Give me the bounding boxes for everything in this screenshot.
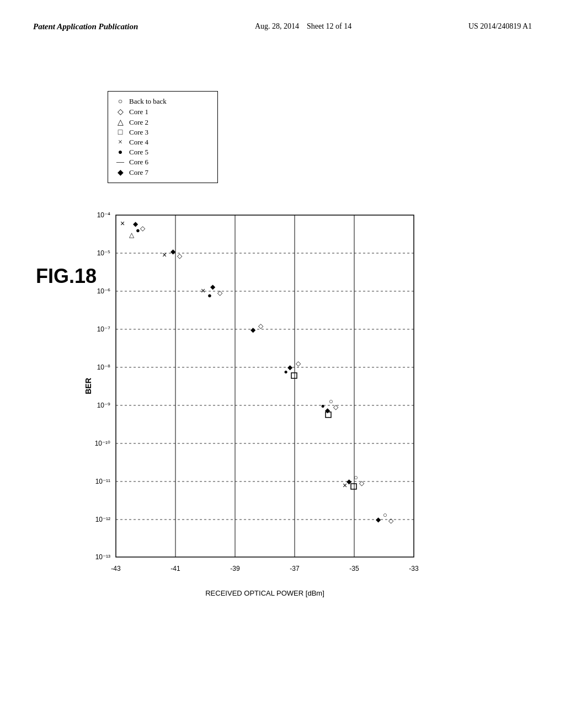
svg-text:10⁻⁴: 10⁻⁴ — [97, 211, 110, 219]
legend-item-core4: × Core 4 — [115, 138, 211, 147]
svg-text:●: ● — [207, 291, 212, 299]
svg-text:BER: BER — [84, 378, 93, 394]
svg-text:×: × — [162, 250, 167, 259]
legend-symbol-filled-diamond: ◆ — [115, 168, 126, 177]
svg-text:◇: ◇ — [388, 517, 394, 524]
svg-text:-43: -43 — [111, 565, 121, 572]
legend-item-core1: ◇ Core 1 — [115, 107, 211, 116]
svg-text:◆: ◆ — [170, 248, 176, 255]
legend-label-core4: Core 4 — [129, 138, 148, 147]
svg-text:◆: ◆ — [133, 220, 138, 228]
legend-label-core6: Core 6 — [129, 158, 148, 167]
svg-text:10⁻¹¹: 10⁻¹¹ — [95, 478, 110, 485]
legend-label-core5: Core 5 — [129, 148, 148, 157]
svg-text:◇: ◇ — [217, 289, 223, 297]
svg-text:×: × — [201, 286, 205, 295]
legend-symbol-diamond: ◇ — [115, 107, 126, 116]
legend: ○ Back to back ◇ Core 1 △ Core 2 □ Core … — [108, 91, 218, 183]
svg-rect-57 — [351, 484, 356, 489]
legend-item-core3: □ Core 3 — [115, 128, 211, 137]
svg-text:◆: ◆ — [210, 283, 216, 291]
patent-number: US 2014/240819 A1 — [468, 22, 532, 31]
svg-text:◆: ◆ — [287, 363, 293, 371]
patent-publication-label: Patent Application Publication — [33, 22, 138, 31]
legend-label-core2: Core 2 — [129, 118, 148, 127]
svg-text:10⁻¹³: 10⁻¹³ — [95, 553, 110, 561]
svg-text:×: × — [120, 219, 125, 228]
legend-label-back-to-back: Back to back — [129, 97, 167, 106]
svg-text:◇: ◇ — [140, 224, 146, 232]
svg-text:RECEIVED OPTICAL POWER [dBm]: RECEIVED OPTICAL POWER [dBm] — [205, 589, 324, 597]
svg-text:◇: ◇ — [333, 403, 339, 411]
legend-item-core7: ◆ Core 7 — [115, 168, 211, 177]
svg-text:◇: ◇ — [177, 252, 183, 260]
legend-label-core3: Core 3 — [129, 128, 148, 137]
svg-text:×: × — [343, 481, 347, 490]
legend-symbol-filled-circle: ● — [115, 148, 126, 157]
svg-text:10⁻⁸: 10⁻⁸ — [97, 363, 110, 371]
svg-text:◇: ◇ — [258, 322, 264, 330]
svg-text:10⁻⁹: 10⁻⁹ — [97, 402, 110, 409]
svg-text:-41: -41 — [170, 565, 180, 572]
legend-item-core2: △ Core 2 — [115, 117, 211, 127]
svg-rect-48 — [291, 373, 297, 378]
svg-text:10⁻⁶: 10⁻⁶ — [97, 287, 110, 295]
legend-symbol-triangle: △ — [115, 117, 126, 127]
legend-symbol-x: × — [115, 138, 126, 147]
svg-rect-0 — [116, 215, 414, 557]
svg-text:△: △ — [129, 231, 135, 239]
sheet-info: Sheet 12 of 14 — [307, 22, 351, 30]
legend-label-core7: Core 7 — [129, 168, 148, 177]
svg-text:◇: ◇ — [296, 360, 301, 367]
svg-text:10⁻¹⁰: 10⁻¹⁰ — [95, 440, 110, 447]
legend-item-core6: — Core 6 — [115, 158, 211, 167]
chart-svg: 10⁻⁴ 10⁻⁵ 10⁻⁶ 10⁻⁷ 10⁻⁸ 10⁻⁹ 10⁻¹⁰ 10⁻¹… — [83, 210, 469, 629]
svg-text:◇: ◇ — [359, 479, 365, 487]
legend-label-core1: Core 1 — [129, 108, 148, 116]
legend-item-core5: ● Core 5 — [115, 148, 211, 157]
svg-text:○: ○ — [354, 473, 358, 481]
svg-text:-33: -33 — [409, 565, 419, 572]
svg-text:●: ● — [284, 368, 287, 376]
svg-text:◆: ◆ — [250, 326, 256, 334]
header-center: Aug. 28, 2014 Sheet 12 of 14 — [255, 22, 351, 31]
svg-text:10⁻⁵: 10⁻⁵ — [97, 249, 110, 257]
svg-text:-39: -39 — [230, 565, 240, 572]
legend-symbol-circle: ○ — [115, 97, 126, 106]
svg-text:-37: -37 — [290, 565, 300, 572]
svg-text:10⁻¹²: 10⁻¹² — [95, 516, 110, 523]
svg-text:-35: -35 — [349, 565, 359, 572]
svg-text:◆: ◆ — [376, 516, 381, 523]
legend-symbol-dash: — — [115, 158, 126, 167]
svg-text:10⁻⁷: 10⁻⁷ — [97, 325, 110, 333]
legend-symbol-square: □ — [115, 128, 126, 137]
svg-text:○: ○ — [383, 511, 387, 519]
legend-item-back-to-back: ○ Back to back — [115, 97, 211, 106]
publication-date: Aug. 28, 2014 — [255, 22, 299, 30]
